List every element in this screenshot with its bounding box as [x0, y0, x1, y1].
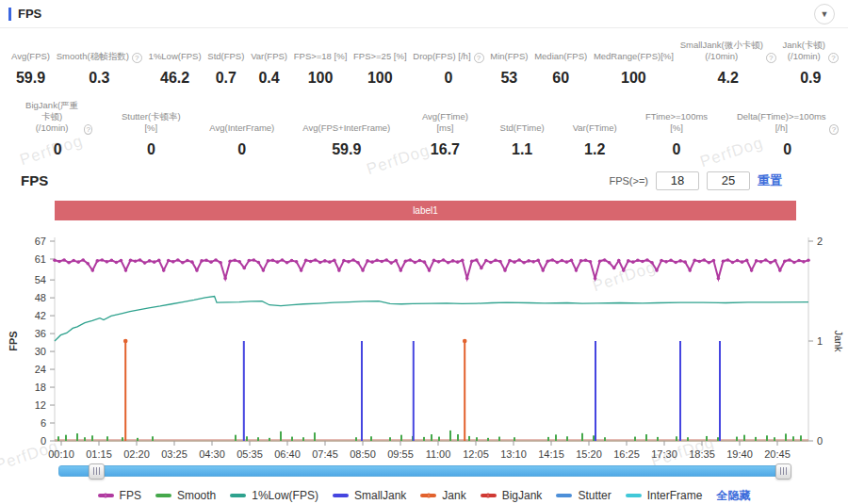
x-tick-label: 07:45 [312, 448, 338, 460]
scrollbar-right-handle[interactable] [775, 463, 791, 480]
jank-spike-cap [463, 338, 467, 343]
info-icon[interactable]: ? [766, 53, 776, 63]
fps-jank-chart[interactable]: 6761544842363024181260210FPSJank00:1001:… [0, 224, 848, 460]
legend-item-interframe[interactable]: InterFrame [626, 489, 703, 502]
collapse-button[interactable]: ▼ [814, 4, 835, 24]
fps-point [736, 258, 740, 262]
fps-point [418, 258, 422, 262]
panel-header: FPS ▼ [0, 0, 848, 28]
fps-point [783, 259, 787, 263]
fps-point [664, 260, 668, 264]
stat-value: 0 [673, 141, 681, 158]
smooth-bar [152, 436, 154, 441]
fps-point [267, 259, 270, 263]
stat-value: 0 [444, 70, 452, 87]
fps-point [717, 276, 721, 280]
smooth-bar [65, 434, 67, 440]
fps-point [67, 261, 71, 265]
fps-point [86, 262, 90, 266]
reset-link[interactable]: 重置 [758, 172, 782, 189]
stat-value: 100 [367, 70, 393, 87]
smooth-bar [800, 435, 802, 441]
fps-threshold-input-2[interactable] [707, 171, 750, 190]
stat-value: 4.2 [718, 70, 739, 87]
stat-label: FPS>=18 [%] [294, 51, 348, 62]
legend-item-fps[interactable]: FPS [98, 489, 141, 502]
legend-item-smalljank[interactable]: SmallJank [333, 489, 406, 502]
fps-point [451, 259, 455, 263]
fps-point [678, 259, 682, 263]
smalljank-spike [719, 341, 721, 441]
info-icon[interactable]: ? [829, 124, 839, 135]
smooth-bar [774, 437, 775, 441]
stat-label: 1%Low(FPS) [149, 51, 202, 62]
legend-item-smooth[interactable]: Smooth [155, 489, 216, 502]
legend-item-jank[interactable]: Jank [420, 489, 465, 502]
smooth-bar [84, 437, 86, 441]
fps-point [414, 260, 417, 264]
grip-icon [93, 467, 100, 475]
stat-label: Smooth(稳帧指数)? [57, 51, 142, 62]
fps-point [195, 268, 199, 272]
smooth-bar [743, 434, 745, 440]
legend-item-bigjank[interactable]: BigJank [481, 489, 543, 502]
smooth-bar [431, 434, 432, 441]
stat-value: 0 [783, 141, 791, 158]
chevron-down-icon: ▼ [821, 9, 829, 19]
stat-label: Var(FTime) [573, 122, 617, 134]
legend-item-1-low-fps-[interactable]: 1%Low(FPS) [230, 489, 318, 502]
chart-label-bar: label1 [55, 201, 796, 220]
legend-item-stutter[interactable]: Stutter [556, 489, 611, 502]
legend-marker [230, 494, 246, 497]
x-tick-label: 20:45 [764, 448, 791, 460]
fps-point [541, 268, 545, 272]
fps-point [556, 260, 560, 264]
fps-point [171, 260, 175, 264]
smooth-bar [645, 434, 647, 441]
legend-label: InterFrame [647, 489, 703, 502]
fps-point [769, 261, 773, 265]
fps-point [484, 258, 488, 262]
fps-point [219, 261, 222, 265]
panel-title: FPS [18, 7, 41, 21]
stat-r2-cell-1: BigJank(严重卡顿) (/10min)?0 [23, 100, 92, 158]
stat-label: Avg(InterFrame) [209, 122, 274, 134]
fps-point [399, 268, 402, 272]
fps-point [389, 261, 393, 265]
y-tick-label: 0 [41, 435, 46, 447]
fps-point [703, 258, 707, 262]
info-icon[interactable]: ? [474, 53, 484, 63]
smooth-bar [766, 435, 768, 441]
smooth-bar [476, 437, 478, 441]
jank-spike [124, 341, 126, 441]
chart-section-header: FPS FPS(>=) 重置 [0, 170, 848, 192]
info-icon[interactable]: ? [84, 124, 92, 135]
y-tick-label: 12 [35, 399, 46, 411]
fps-point [712, 258, 716, 262]
left-axis-title: FPS [8, 331, 19, 350]
scrollbar-track[interactable] [58, 465, 790, 477]
hide-all-link[interactable]: 全隐藏 [716, 488, 750, 504]
info-icon[interactable]: ? [132, 53, 142, 63]
fps-point [465, 276, 469, 280]
fps-threshold-input-1[interactable] [656, 171, 699, 190]
fps-point [101, 258, 105, 262]
fps-point [774, 258, 777, 262]
fps-point [608, 261, 612, 265]
info-icon[interactable]: ? [828, 53, 839, 63]
smooth-bar [314, 432, 316, 441]
x-tick-label: 18:35 [689, 448, 715, 460]
smooth-bar [785, 433, 787, 441]
smooth-bar [291, 436, 293, 440]
stat-label: Std(FPS) [207, 51, 244, 62]
fps-point [253, 258, 256, 262]
fps-point [148, 259, 152, 263]
fps-point [53, 258, 57, 262]
legend-marker [556, 494, 572, 497]
y-tick-label: 48 [35, 292, 46, 303]
fps-point [688, 268, 692, 272]
scrollbar-left-handle[interactable] [89, 463, 105, 480]
smooth-bar [566, 436, 568, 441]
smalljank-spike [413, 341, 415, 441]
stat-value: 59.9 [332, 141, 361, 158]
